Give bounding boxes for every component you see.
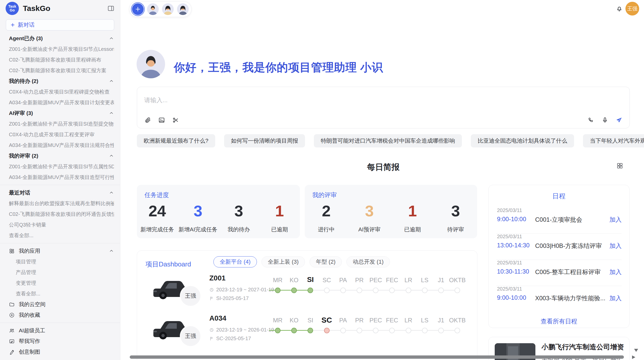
stat: 3新增AI完成任务 [178, 203, 218, 233]
sidebar-item[interactable]: C0X4-动力总成开发项目工程变更评审 [0, 129, 120, 140]
sidebar-item[interactable]: 项目管理 [0, 256, 120, 267]
agent-avatar-1[interactable] [147, 3, 159, 15]
stat-value: 3 [348, 203, 391, 219]
chevron-up-icon [109, 248, 114, 253]
horizontal-scrollbar[interactable] [130, 355, 624, 359]
sidebar-item[interactable]: A034-全新新能源MUV产品开发项目计划变更表编写 [0, 97, 120, 108]
dashboard-tab-3[interactable]: 年型 (2) [310, 256, 342, 267]
layout-grid-icon[interactable] [616, 162, 623, 169]
schedule-name: X003-车辆动力学性能验... [535, 294, 605, 302]
sidebar-item[interactable]: Z001-全新燃油皮卡产品开发项目SI节点Lesson Learn报告 [0, 44, 120, 54]
schedule-entry: 2025/03/1110:30-11:30C005-整车工程目标评审加入 [489, 260, 629, 286]
agent-avatar-2[interactable] [162, 3, 174, 15]
sidebar-section-header[interactable]: AI评审 (3) [0, 108, 120, 118]
sidebar-item-my-apps[interactable]: 我的应用 [0, 246, 120, 256]
suggestion-chip-3[interactable]: 特朗普可能对进口汽车增税会对中国车企造成哪些影响 [314, 134, 462, 147]
section-title: AI评审 (3) [9, 110, 33, 117]
sidebar-item[interactable]: 变更管理 [0, 278, 120, 288]
dashboard-tab-2[interactable]: 全新上装 (3) [261, 256, 305, 267]
sidebar-item[interactable]: Z001-全新燃油轻卡产品开发项目SI节点属性5D文件评审 [0, 161, 120, 172]
schedule-name: C005-整车工程目标评审 [535, 268, 601, 276]
sidebar-section-header[interactable]: Agent已办 (3) [0, 33, 120, 44]
milestone-label: OKTB [446, 277, 469, 284]
join-meeting-link[interactable]: 加入 [609, 242, 622, 250]
view-all-schedule-link[interactable]: 查看所有日程 [489, 317, 629, 325]
sidebar-tool-users[interactable]: AI超级员工 [0, 325, 120, 336]
scroll-right-arrow[interactable] [632, 355, 635, 359]
sidebar-item[interactable]: C02-飞腾新能源轻客改款项目里程碑画布 [0, 54, 120, 65]
stat-value: 24 [137, 203, 178, 219]
assistant-avatar [137, 50, 165, 78]
my-review-card: 我的评审 2进行中3AI预评审1已逾期3待评审 [305, 185, 477, 238]
join-meeting-link[interactable]: 加入 [609, 294, 622, 302]
join-meeting-link[interactable]: 加入 [609, 268, 622, 276]
sidebar-item[interactable]: C02-飞腾新能源轻客改款项目立项汇报方案 [0, 65, 120, 76]
sidebar-item[interactable]: A034-全新新能源MUV产品开发项目法规符合性评审 [0, 140, 120, 151]
suggestion-chip-2[interactable]: 如何写一份清晰的项目周报 [224, 134, 305, 147]
microphone-icon[interactable] [602, 117, 608, 124]
stat: 1已逾期 [391, 203, 434, 233]
scroll-down-arrow[interactable] [634, 349, 638, 352]
sidebar-item[interactable]: 解释最新出台的欧盟报废车法规再生塑料比例被调至15%... [0, 198, 120, 209]
suggestion-chips: 欧洲新规最近颁布了什么?如何写一份清晰的项目周报特朗普可能对进口汽车增税会对中国… [137, 134, 644, 147]
greeting-text: 你好，王强，我是你的项目管理助理 小识 [174, 60, 383, 75]
sidebar-item-folder[interactable]: 我的云空间 [0, 299, 120, 310]
suggestion-chip-1[interactable]: 欧洲新规最近颁布了什么? [137, 134, 215, 147]
sidebar-item[interactable]: 产品管理 [0, 267, 120, 278]
dashboard-tab-4[interactable]: 动总开发 (1) [346, 256, 390, 267]
app-window: TaskGo TaskGo 新对话 Agent已办 (3)Z001-全新燃油皮卡… [0, 0, 644, 360]
stat-label: 新增AI完成任务 [178, 226, 218, 233]
sidebar-item[interactable]: 查看全部... [0, 230, 120, 241]
collapse-sidebar-icon[interactable] [107, 5, 114, 12]
divider [0, 185, 120, 185]
schedule-title: 日程 [489, 192, 629, 201]
stat-label: 已逾期 [259, 226, 300, 233]
send-icon[interactable] [616, 117, 622, 124]
agent-avatar-3[interactable] [177, 3, 189, 15]
scissors-icon[interactable] [172, 117, 179, 124]
user-avatar[interactable]: 王强 [625, 2, 639, 16]
stat-label: 已逾期 [391, 226, 434, 233]
dashboard-tab-1[interactable]: 全新平台 (4) [213, 256, 257, 267]
main-area: 王强 你好，王强，我是你的项目管理助理 小识 请输入... [120, 0, 644, 360]
schedule-time: 13:00-14:30 [497, 242, 530, 249]
sidebar-tool-write[interactable]: 帮我写作 [0, 336, 120, 347]
sidebar-section-header[interactable]: 我的评审 (2) [0, 151, 120, 161]
sidebar-item[interactable]: 查看全部... [0, 288, 120, 299]
milestone-dot [455, 288, 460, 293]
sidebar-item-star[interactable]: 我的收藏 [0, 310, 120, 320]
sidebar: TaskGo TaskGo 新对话 Agent已办 (3)Z001-全新燃油皮卡… [0, 0, 120, 360]
notifications-bell-icon[interactable] [616, 5, 623, 12]
sidebar-item[interactable]: Z001-全新燃油轻卡产品开发项目SI造型提交物评审 [0, 118, 120, 129]
sidebar-item[interactable]: A034-全新新能源MUV产品开发项目造型可行性评审 [0, 172, 120, 183]
project-dates: 2023-12-19 ~ 2027-01-19 [209, 287, 274, 293]
sidebar-item[interactable]: 公司Q3轻卡销量 [0, 219, 120, 230]
join-meeting-link[interactable]: 加入 [609, 216, 622, 224]
image-icon[interactable] [158, 117, 165, 124]
attachment-icon[interactable] [144, 117, 151, 124]
section-title: 最近对话 [9, 189, 30, 196]
new-chat-button[interactable]: 新对话 [6, 19, 114, 31]
clock-icon [209, 328, 214, 332]
phone-icon[interactable] [588, 117, 594, 124]
project-row[interactable]: 王强Z0012023-12-19 ~ 2027-01-19SI-2025-05-… [137, 274, 477, 314]
stat-label: 进行中 [305, 226, 348, 233]
milestone-dot [438, 328, 444, 333]
stat-value: 2 [305, 203, 348, 219]
sidebar-section-header[interactable]: 最近对话 [0, 187, 120, 198]
add-session-button[interactable] [132, 3, 144, 15]
project-name: Z001 [209, 274, 226, 282]
project-row[interactable]: 王强A0342023-12-19 ~ 2026-01-19SC-2025-05-… [137, 314, 477, 354]
milestone-dot [373, 288, 378, 293]
stat-value: 1 [391, 203, 434, 219]
sidebar-section-header[interactable]: 我的待办 (2) [0, 76, 120, 86]
project-milestone-flag: SI-2025-05-17 [209, 295, 249, 301]
suggestion-chip-5[interactable]: 当下年轻人对汽车外观有怎样的喜好趋势 [583, 134, 644, 147]
suggestion-chip-4[interactable]: 比亚迪全固态电池计划具体说了什么 [471, 134, 574, 147]
sidebar-item[interactable]: C02-飞腾新能源轻客改款项目的闭环通告反馈情况 [0, 209, 120, 219]
chat-input-placeholder: 请输入... [144, 96, 168, 104]
chat-input[interactable]: 请输入... [137, 87, 630, 128]
stat: 24新增完成任务 [137, 203, 178, 233]
sidebar-item[interactable]: C0X4-动力总成开发项目SI里程碑提交物检查 [0, 86, 120, 97]
sidebar-tool-pen[interactable]: 创意制图 [0, 347, 120, 357]
